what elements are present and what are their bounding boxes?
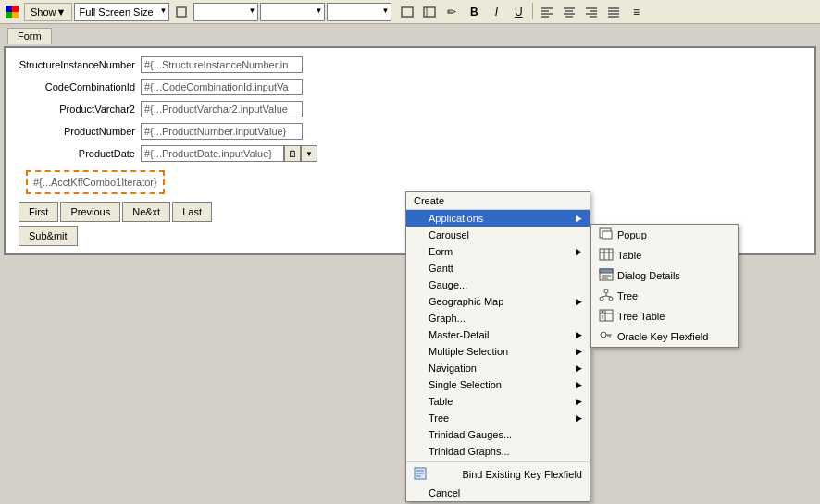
svg-rect-2	[6, 12, 12, 18]
field-input-4[interactable]	[141, 145, 284, 162]
svg-line-39	[606, 296, 611, 297]
submenu-item-tree-table[interactable]: Tree Table	[591, 306, 738, 326]
arrow-icon-multiple-sel: ▶	[576, 347, 582, 356]
submenu-item-tree[interactable]: Tree	[591, 286, 738, 306]
underline-icon[interactable]: U	[508, 3, 528, 21]
svg-point-35	[600, 297, 603, 301]
key-icon	[599, 329, 614, 344]
svg-point-34	[604, 289, 608, 293]
svg-point-43	[602, 311, 604, 313]
svg-rect-25	[603, 231, 612, 239]
form-row-2: ProductVarchar2	[11, 100, 809, 118]
table-icon	[599, 248, 614, 263]
form-row-3: ProductNumber	[11, 122, 809, 141]
svg-point-36	[609, 297, 613, 301]
svg-rect-5	[402, 7, 413, 17]
menu-item-gantt[interactable]: Gantt	[406, 260, 590, 277]
indent-icon[interactable]: ≡	[626, 3, 646, 21]
last-btn[interactable]: Last	[172, 202, 212, 222]
menu-item-geographic-map[interactable]: Geographic Map ▶	[406, 293, 590, 310]
field-label-4: ProductDate	[11, 148, 141, 159]
menu-item-master-detail[interactable]: Master-Detail ▶	[406, 326, 590, 343]
popup-icon	[599, 227, 614, 242]
form-row-1: CodeCombinationId	[11, 78, 809, 96]
arrow-icon-navigation: ▶	[576, 363, 582, 373]
arrow-icon-table: ▶	[576, 397, 582, 406]
submenu-item-table[interactable]: Table	[591, 245, 738, 265]
create-menu-header: Create	[406, 192, 590, 210]
menu-item-eorm[interactable]: Eorm ▶	[406, 243, 590, 260]
svg-rect-0	[6, 6, 12, 12]
form-tab[interactable]: Form	[7, 28, 52, 44]
submenu-item-popup[interactable]: Popup	[591, 225, 738, 245]
field-input-0[interactable]	[141, 56, 303, 73]
field-input-2[interactable]	[141, 101, 303, 117]
tree-icon	[599, 289, 614, 303]
pencil-icon[interactable]: ✏	[441, 3, 462, 21]
next-btn[interactable]: Ne&xt	[122, 202, 170, 222]
context-menu: Create Applications ▶	[405, 191, 590, 502]
align-left-icon[interactable]	[537, 3, 557, 21]
submenu-item-oracle-key[interactable]: Oracle Key Flexfield	[591, 326, 738, 347]
fullscreen-dropdown[interactable]: Full Screen Size	[74, 3, 169, 21]
bind-icon	[414, 467, 427, 482]
menu-item-tree[interactable]: Tree ▶	[406, 410, 590, 426]
arrow-icon-single-sel: ▶	[576, 380, 582, 389]
field-input-3[interactable]	[141, 123, 303, 140]
combo-iterator-box: #{...AcctKffCombo1Iterator}	[26, 170, 165, 194]
previous-btn[interactable]: Previous	[60, 202, 120, 222]
svg-rect-26	[600, 249, 613, 260]
field-input-1[interactable]	[141, 79, 303, 95]
menu-item-graph[interactable]: Graph...	[406, 310, 590, 326]
arrow-icon-applications: ▶	[576, 214, 582, 223]
align-center-icon[interactable]	[559, 3, 579, 21]
bold-icon[interactable]: B	[464, 3, 484, 21]
rect2-icon[interactable]	[419, 3, 440, 21]
svg-rect-1	[12, 6, 19, 12]
menu-item-applications[interactable]: Applications ▶ Popup	[406, 210, 590, 227]
rect-icon[interactable]	[397, 3, 417, 21]
tree-table-icon	[599, 309, 614, 324]
form-row-4: ProductDate 🗓 ▼	[11, 144, 809, 163]
page-background: Show▼ Full Screen Size	[0, 0, 820, 504]
field-label-3: ProductNumber	[11, 126, 141, 137]
show-dropdown[interactable]: Show▼	[24, 3, 72, 21]
menu-item-table[interactable]: Table ▶	[406, 393, 590, 410]
toolbar: Show▼ Full Screen Size	[0, 0, 820, 24]
field-label-1: CodeCombinationId	[11, 81, 141, 92]
date-dropdown-btn[interactable]: ▼	[301, 145, 317, 162]
create-menu-panel: Create Applications ▶	[405, 191, 590, 502]
menu-item-trinidad-graphs[interactable]: Trinidad Graphs...	[406, 443, 590, 460]
arrow-icon-tree: ▶	[576, 413, 582, 423]
svg-rect-3	[12, 12, 19, 18]
submit-btn[interactable]: Sub&mit	[19, 226, 78, 246]
italic-icon[interactable]: I	[486, 3, 506, 21]
toolbar-dropdown-3[interactable]	[327, 3, 391, 21]
small-square-icon[interactable]	[171, 3, 192, 21]
svg-point-45	[601, 332, 606, 338]
app-icon[interactable]	[2, 3, 22, 21]
menu-item-cancel[interactable]: Cancel	[406, 485, 590, 501]
date-picker-btn[interactable]: 🗓	[284, 145, 301, 162]
toolbar-dropdown-1[interactable]	[193, 3, 258, 21]
svg-rect-31	[600, 269, 613, 273]
form-row-0: StructureInstanceNumber	[11, 55, 809, 74]
menu-item-trinidad-gauges[interactable]: Trinidad Gauges...	[406, 426, 590, 443]
field-label-0: StructureInstanceNumber	[11, 59, 141, 70]
arrow-icon-eorm: ▶	[576, 247, 582, 256]
menu-item-multiple-selection[interactable]: Multiple Selection ▶	[406, 343, 590, 360]
toolbar-dropdown-2[interactable]	[260, 3, 325, 21]
menu-item-bind-existing[interactable]: Bind Existing Key Flexfield	[406, 464, 590, 485]
menu-item-carousel[interactable]: Carousel	[406, 227, 590, 243]
justify-icon[interactable]	[603, 3, 624, 21]
align-right-icon[interactable]	[581, 3, 602, 21]
first-btn[interactable]: First	[19, 202, 58, 222]
svg-rect-4	[177, 7, 186, 17]
toolbar-separator-1	[532, 3, 533, 19]
combo-iterator-text: #{...AcctKffCombo1Iterator}	[33, 177, 157, 188]
menu-item-navigation[interactable]: Navigation ▶	[406, 360, 590, 376]
menu-item-single-selection[interactable]: Single Selection ▶	[406, 376, 590, 393]
submenu-item-dialog-details[interactable]: Dialog Details	[591, 265, 738, 286]
menu-item-gauge[interactable]: Gauge...	[406, 277, 590, 293]
form-container: StructureInstanceNumber CodeCombinationI…	[4, 46, 816, 255]
